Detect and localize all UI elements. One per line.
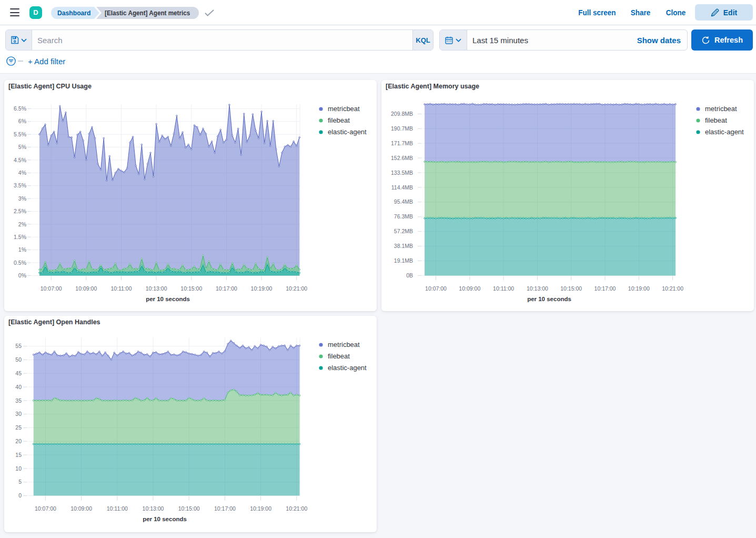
svg-text:10:07:00: 10:07:00 <box>425 285 447 292</box>
svg-text:10:11:00: 10:11:00 <box>493 285 514 292</box>
svg-text:35: 35 <box>15 397 22 404</box>
svg-text:0: 0 <box>18 492 22 499</box>
svg-text:76.3MB: 76.3MB <box>394 213 413 220</box>
svg-text:elastic-agent: elastic-agent <box>328 364 367 372</box>
svg-text:0%: 0% <box>18 272 26 278</box>
svg-text:6%: 6% <box>18 118 26 124</box>
svg-text:10:11:00: 10:11:00 <box>110 285 132 292</box>
svg-text:0B: 0B <box>406 272 413 278</box>
svg-text:5%: 5% <box>18 144 26 150</box>
svg-text:10:21:00: 10:21:00 <box>662 285 683 292</box>
svg-text:filebeat: filebeat <box>705 116 727 124</box>
svg-text:metricbeat: metricbeat <box>328 105 360 113</box>
svg-text:10:17:00: 10:17:00 <box>214 505 236 512</box>
svg-text:10:07:00: 10:07:00 <box>41 285 62 292</box>
svg-text:10:13:00: 10:13:00 <box>143 505 164 512</box>
svg-text:filebeat: filebeat <box>328 352 350 360</box>
svg-text:1%: 1% <box>18 246 26 253</box>
svg-text:5: 5 <box>18 479 22 485</box>
svg-text:per 10 seconds: per 10 seconds <box>146 296 190 302</box>
svg-text:filebeat: filebeat <box>328 116 350 124</box>
svg-text:30: 30 <box>15 411 22 417</box>
svg-text:10:19:00: 10:19:00 <box>251 285 273 292</box>
svg-text:elastic-agent: elastic-agent <box>328 128 367 136</box>
svg-text:152.6MB: 152.6MB <box>391 155 413 161</box>
svg-text:[Elastic Agent] CPU Usage: [Elastic Agent] CPU Usage <box>8 83 92 90</box>
svg-text:10:21:00: 10:21:00 <box>286 285 307 292</box>
svg-text:[Elastic Agent] Memory usage: [Elastic Agent] Memory usage <box>386 83 479 90</box>
svg-text:10:15:00: 10:15:00 <box>560 285 582 292</box>
svg-text:10:09:00: 10:09:00 <box>70 505 92 512</box>
svg-text:19.1MB: 19.1MB <box>394 257 413 264</box>
svg-text:10:13:00: 10:13:00 <box>146 285 167 292</box>
svg-text:3%: 3% <box>18 195 26 202</box>
svg-text:45: 45 <box>15 370 22 376</box>
svg-text:95.4MB: 95.4MB <box>394 198 413 205</box>
svg-text:elastic-agent: elastic-agent <box>705 128 744 136</box>
svg-text:10:15:00: 10:15:00 <box>180 285 202 292</box>
svg-text:10:19:00: 10:19:00 <box>628 285 650 292</box>
svg-text:2.5%: 2.5% <box>14 208 26 214</box>
svg-text:55: 55 <box>15 343 22 349</box>
svg-text:133.5MB: 133.5MB <box>391 170 413 176</box>
svg-text:40: 40 <box>15 384 22 390</box>
svg-text:190.7MB: 190.7MB <box>391 125 413 132</box>
svg-text:10:07:00: 10:07:00 <box>35 505 56 512</box>
svg-text:4%: 4% <box>18 170 26 176</box>
svg-text:10:11:00: 10:11:00 <box>107 505 128 512</box>
svg-text:4.5%: 4.5% <box>14 157 26 163</box>
svg-text:38.1MB: 38.1MB <box>394 243 413 249</box>
svg-text:50: 50 <box>15 356 22 363</box>
svg-text:2%: 2% <box>18 221 26 227</box>
svg-text:10:21:00: 10:21:00 <box>286 505 307 512</box>
svg-text:10:09:00: 10:09:00 <box>459 285 480 292</box>
svg-text:10: 10 <box>15 465 22 472</box>
svg-text:114.4MB: 114.4MB <box>391 184 413 191</box>
svg-text:6.5%: 6.5% <box>14 105 26 112</box>
svg-text:10:15:00: 10:15:00 <box>178 505 200 512</box>
svg-text:10:09:00: 10:09:00 <box>75 285 97 292</box>
svg-text:171.7MB: 171.7MB <box>391 140 413 146</box>
svg-text:[Elastic Agent] Open Handles: [Elastic Agent] Open Handles <box>8 318 100 326</box>
svg-text:15: 15 <box>15 452 22 458</box>
svg-text:5.5%: 5.5% <box>14 131 26 137</box>
svg-text:20: 20 <box>15 438 22 444</box>
svg-text:per 10 seconds: per 10 seconds <box>143 516 187 522</box>
svg-text:10:17:00: 10:17:00 <box>216 285 237 292</box>
svg-text:1.5%: 1.5% <box>14 234 26 240</box>
svg-text:metricbeat: metricbeat <box>705 105 737 113</box>
svg-text:0.5%: 0.5% <box>14 260 26 266</box>
svg-text:10:17:00: 10:17:00 <box>594 285 616 292</box>
svg-text:10:13:00: 10:13:00 <box>527 285 548 292</box>
svg-text:3.5%: 3.5% <box>14 182 26 188</box>
svg-text:209.8MB: 209.8MB <box>391 111 413 117</box>
svg-text:25: 25 <box>15 424 22 431</box>
svg-text:10:19:00: 10:19:00 <box>250 505 271 512</box>
svg-text:metricbeat: metricbeat <box>328 341 360 348</box>
svg-text:57.2MB: 57.2MB <box>394 228 413 234</box>
svg-text:per 10 seconds: per 10 seconds <box>527 296 571 302</box>
